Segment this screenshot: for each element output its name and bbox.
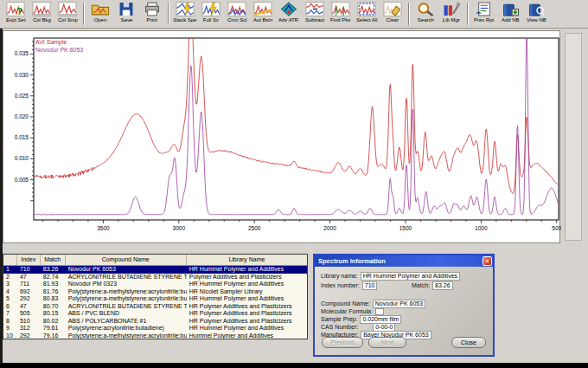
toolbar-button-cmn-scl[interactable]: Cmn Scl <box>224 1 250 28</box>
column-header-compound-name[interactable]: Compound Name <box>66 255 187 265</box>
find-peaks-icon <box>331 2 350 16</box>
toolbar-button-label: Aut Bsln <box>253 16 272 22</box>
toolbar-button-full-sc[interactable]: Full Sc <box>198 1 224 28</box>
compound-name-cell: Poly(styrene:a-methylstyrene:acrylonitri… <box>66 288 187 296</box>
compound-name-cell: Poly(styrene:acrylonitrile:butadiene) <box>66 325 187 332</box>
toolbar-button-prev-rpt[interactable]: Prev Rpt <box>471 1 497 28</box>
legend-entry-library-match: Novodur PK 6053 <box>35 47 83 54</box>
column-header-library-name[interactable]: Library Name <box>187 255 307 265</box>
cas-number-label: CAS Number: <box>321 324 358 330</box>
library-name-cell: HR Polymer Additives and Plasticizers <box>187 310 307 318</box>
previous-button[interactable]: Previous <box>322 337 363 348</box>
table-row[interactable]: 931279.61Poly(styrene:acrylonitrile:buta… <box>3 325 307 332</box>
close-icon[interactable]: ✕ <box>483 256 492 266</box>
match-cell: 81.93 <box>41 281 66 288</box>
select-all-icon <box>357 2 376 16</box>
sample-prep-label: Sample Prep: <box>321 316 357 322</box>
library-name-cell: Polymer Additives and Plasticizers <box>187 274 307 281</box>
table-row[interactable]: 171083.26Novodur PK 6053HR Hummel Polyme… <box>3 266 307 274</box>
column-header-match[interactable]: Match <box>41 255 66 265</box>
search-results-table[interactable]: IndexMatchCompound NameLibrary Name 1710… <box>3 254 308 339</box>
row-number: 8 <box>3 318 17 326</box>
toolbar-button-label: Select All <box>356 16 378 22</box>
close-button[interactable]: Close <box>451 337 486 348</box>
row-number: 7 <box>3 310 17 318</box>
toolbar-button-label: Subtract <box>305 16 324 22</box>
full-scale-icon <box>201 2 220 16</box>
svg-text:3500: 3500 <box>97 225 110 231</box>
toolbar-button-view-nb[interactable]: View NB <box>523 1 549 28</box>
spectrum-information-dialog: Spectrum Information ✕ Library name: HR … <box>313 254 495 357</box>
match-cell: 79.16 <box>41 332 66 340</box>
chart-right-gutter <box>565 33 582 241</box>
compound-name-cell: ABS / PVC BLEND <box>66 310 187 318</box>
toolbar-button-select-all[interactable]: Select All <box>354 1 380 28</box>
toolbar-button-lib-mgr[interactable]: Lib Mgr <box>438 1 464 28</box>
library-name-cell: Hummel Polymer and Additives <box>187 332 307 340</box>
next-button[interactable]: Next <box>368 337 406 348</box>
window-bottom-edge <box>0 363 588 368</box>
table-row[interactable]: 24782.74ACRYLONITRILE BUTADIENE STYRENE … <box>3 274 307 281</box>
compound-name-cell: Novodur PM 0323 <box>66 281 187 288</box>
index-number-label: Index number: <box>321 282 360 288</box>
match-value: 83.26 <box>432 281 453 290</box>
toolbar: ?Expt SetCol BkgCol SmpOpenSavePrintStac… <box>0 0 588 29</box>
dialog-title-bar[interactable]: Spectrum Information <box>315 255 493 267</box>
table-row[interactable]: 469281.76Poly(styrene:a-methylstyrene:ac… <box>3 288 307 296</box>
toolbar-button-aut-bsln[interactable]: Aut Bsln <box>250 1 276 28</box>
row-number: 2 <box>3 274 17 281</box>
toolbar-button-label: Save <box>120 16 132 22</box>
advanced-atr-icon <box>279 2 298 16</box>
toolbar-button-subtract[interactable]: Subtract <box>302 1 328 28</box>
spectrum-plot: 0.0050.0100.0150.0200.0250.0300.03535003… <box>3 31 561 244</box>
column-header-row-number[interactable] <box>3 255 17 265</box>
toolbar-button-add-nb[interactable]: Add NB <box>497 1 523 28</box>
toolbar-button-clear[interactable]: Clear <box>380 1 406 28</box>
toolbar-button-stack-spe[interactable]: Stack Spe <box>172 1 198 28</box>
table-row[interactable]: 64780.70ACRYLONITRILE BUTADIENE STYRENE … <box>3 303 307 311</box>
match-label: Match: <box>412 282 430 288</box>
compound-name-label: Compound Name: <box>321 300 370 307</box>
toolbar-button-adv-atr[interactable]: Adv ATR <box>276 1 302 28</box>
toolbar-button-save[interactable]: Save <box>113 1 139 28</box>
toolbar-button-find-pks[interactable]: Find Pks <box>328 1 354 28</box>
toolbar-button-label: Search <box>418 16 434 22</box>
match-cell: 83.26 <box>41 266 66 274</box>
match-cell: 80.15 <box>41 310 66 318</box>
experiment-setup-icon: ? <box>6 2 25 16</box>
toolbar-button-expt-set[interactable]: ?Expt Set <box>3 1 29 28</box>
table-row[interactable]: 851080.02ABS / POLYCARBONATE #1HR Polyme… <box>3 318 307 326</box>
toolbar-button-search[interactable]: Search <box>412 1 438 28</box>
index-cell: 292 <box>17 295 41 303</box>
molecular-formula-label: Molecular Formula: <box>321 308 373 314</box>
row-number: 9 <box>3 325 17 332</box>
toolbar-button-print[interactable]: Print <box>139 1 165 28</box>
auto-baseline-icon <box>253 2 272 16</box>
toolbar-button-col-bkg[interactable]: Col Bkg <box>29 1 54 28</box>
row-number: 3 <box>3 281 17 288</box>
stack-spectra-icon <box>176 2 195 16</box>
index-number-value: 710 <box>362 281 378 290</box>
library-name-cell: HR Hummel Polymer and Additives <box>187 266 307 274</box>
toolbar-button-label: Prev Rpt <box>474 16 494 22</box>
column-header-index[interactable]: Index <box>17 255 41 265</box>
index-cell: 711 <box>17 281 41 288</box>
toolbar-button-open[interactable]: Open <box>87 1 113 28</box>
toolbar-button-col-smp[interactable]: Col Smp <box>54 1 80 28</box>
table-row[interactable]: 529280.83Poly(styrene:a-methylstyrene:ac… <box>3 295 307 303</box>
spectrum-chart-panel[interactable]: 0.0050.0100.0150.0200.0250.0300.03535003… <box>3 30 560 243</box>
compound-name-cell: ACRYLONITRILE BUTADIENE STYRENE TERP( <box>66 274 187 281</box>
toolbar-button-label: Adv ATR <box>278 16 298 22</box>
index-cell: 710 <box>17 266 41 274</box>
table-row[interactable]: 371181.93Novodur PM 0323HR Hummel Polyme… <box>3 281 307 288</box>
printer-icon <box>143 2 162 16</box>
compound-name-cell: Poly(styrene:a-methylstyrene:acrylonitri… <box>66 295 187 303</box>
table-row[interactable]: 750580.15ABS / PVC BLENDHR Polymer Addit… <box>3 310 307 318</box>
clear-icon <box>383 2 402 16</box>
toolbar-separator <box>408 3 410 25</box>
toolbar-button-label: Col Bkg <box>33 16 51 22</box>
svg-text:1000: 1000 <box>475 225 488 231</box>
row-number: 10 <box>3 332 17 340</box>
table-row[interactable]: 1029279.16Poly(styrene:a-methylstyrene:a… <box>3 332 307 340</box>
svg-text:0.025: 0.025 <box>15 93 29 99</box>
